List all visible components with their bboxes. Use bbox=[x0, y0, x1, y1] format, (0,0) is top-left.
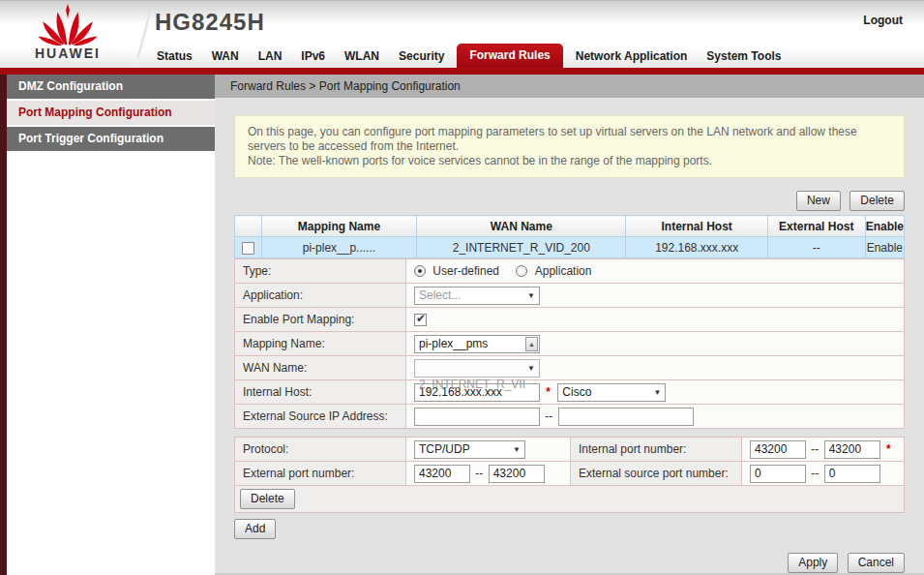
user-defined-radio-label: User-defined bbox=[432, 264, 499, 278]
info-note: On this page, you can configure port map… bbox=[234, 115, 905, 178]
huawei-flower-icon bbox=[38, 3, 98, 47]
cell-mapping-name: pi-plex__p...... bbox=[261, 237, 417, 258]
col-internal-host: Internal Host bbox=[626, 216, 768, 237]
required-marker: * bbox=[886, 442, 891, 456]
application-radio[interactable] bbox=[516, 265, 527, 277]
huawei-logo: HUAWEI bbox=[0, 1, 135, 68]
main-nav: Status WAN LAN IPv6 WLAN Security Forwar… bbox=[147, 44, 790, 68]
chevron-down-icon: ▼ bbox=[653, 384, 661, 401]
application-select[interactable]: ▼ Select... bbox=[414, 287, 540, 305]
row-checkbox[interactable] bbox=[242, 242, 254, 255]
user-defined-radio[interactable] bbox=[414, 265, 426, 277]
accent-bar bbox=[0, 68, 924, 75]
external-source-ip-from-input[interactable] bbox=[414, 408, 540, 426]
router-admin-page: HUAWEI HG8245H Logout Status WAN LAN IPv… bbox=[0, 0, 924, 575]
internal-port-from-input[interactable] bbox=[750, 440, 806, 459]
tab-forward-rules[interactable]: Forward Rules bbox=[457, 44, 562, 68]
internal-port-label: Internal port number: bbox=[571, 438, 742, 462]
tab-wan[interactable]: WAN bbox=[202, 45, 249, 68]
content-area: Forward Rules > Port Mapping Configurati… bbox=[215, 75, 924, 575]
col-mapping-name: Mapping Name bbox=[261, 216, 417, 237]
port-number-form: Protocol: ▼ TCP/UDP Internal port number… bbox=[234, 437, 905, 513]
col-wan-name: WAN Name bbox=[417, 216, 626, 237]
wan-name-select[interactable]: ▼ 2_INTERNET_R_VII bbox=[414, 359, 540, 378]
add-button[interactable]: Add bbox=[234, 519, 276, 539]
port-mapping-table: Mapping Name WAN Name Internal Host Exte… bbox=[234, 215, 905, 258]
internal-host-label: Internal Host: bbox=[235, 380, 406, 405]
external-source-ip-to-input[interactable] bbox=[558, 408, 694, 426]
external-source-port-to-input[interactable] bbox=[824, 465, 880, 483]
apply-button[interactable]: Apply bbox=[788, 553, 838, 573]
sidebar-item-dmz-configuration[interactable]: DMZ Configuration bbox=[7, 75, 215, 99]
tab-network-application[interactable]: Network Application bbox=[566, 45, 698, 68]
external-port-to-input[interactable] bbox=[489, 465, 545, 483]
internal-port-to-input[interactable] bbox=[824, 440, 880, 459]
new-button[interactable]: New bbox=[796, 191, 841, 211]
row-select-cell bbox=[235, 237, 262, 258]
delete-entry-button[interactable]: Delete bbox=[240, 489, 295, 509]
tab-lan[interactable]: LAN bbox=[249, 45, 292, 68]
breadcrumb: Forward Rules > Port Mapping Configurati… bbox=[215, 75, 924, 98]
header: HUAWEI HG8245H Logout Status WAN LAN IPv… bbox=[0, 1, 924, 68]
tab-security[interactable]: Security bbox=[389, 45, 454, 68]
external-port-label: External port number: bbox=[235, 462, 406, 486]
col-enable: Enable bbox=[865, 216, 904, 237]
cell-enable-status: Enable bbox=[865, 237, 904, 258]
external-source-port-label: External source port number: bbox=[571, 462, 742, 486]
chevron-down-icon: ▼ bbox=[527, 360, 535, 377]
enable-port-mapping-label: Enable Port Mapping: bbox=[235, 308, 406, 332]
required-marker: * bbox=[546, 385, 551, 399]
type-label: Type: bbox=[235, 259, 406, 284]
select-column-header bbox=[235, 216, 262, 237]
chevron-down-icon: ▼ bbox=[527, 288, 535, 304]
device-model-title: HG8245H bbox=[155, 9, 265, 36]
mapping-detail-form: Type: User-defined Application Applicati… bbox=[234, 258, 905, 429]
application-radio-label: Application bbox=[535, 264, 592, 278]
enable-port-mapping-checkbox[interactable] bbox=[414, 314, 427, 326]
brand-name: HUAWEI bbox=[0, 45, 135, 61]
external-port-from-input[interactable] bbox=[414, 465, 470, 483]
wan-name-label: WAN Name: bbox=[235, 356, 406, 380]
cell-wan-name: 2_INTERNET_R_VID_200 bbox=[417, 237, 626, 258]
sidebar-item-port-trigger-configuration[interactable]: Port Trigger Configuration bbox=[7, 127, 215, 151]
cell-internal-host: 192.168.xxx.xxx bbox=[626, 237, 768, 258]
protocol-select[interactable]: ▼ TCP/UDP bbox=[414, 440, 525, 459]
table-header-row: Mapping Name WAN Name Internal Host Exte… bbox=[235, 216, 905, 237]
tab-ipv6[interactable]: IPv6 bbox=[291, 45, 335, 68]
external-source-port-from-input[interactable] bbox=[750, 465, 806, 483]
application-label: Application: bbox=[235, 284, 406, 308]
range-separator: -- bbox=[545, 409, 552, 423]
input-spinner-icon[interactable]: ▲ bbox=[525, 337, 538, 351]
chevron-down-icon: ▼ bbox=[513, 441, 521, 458]
note-line-1: On this page, you can configure port map… bbox=[248, 125, 891, 154]
protocol-label: Protocol: bbox=[235, 438, 406, 462]
sidebar: DMZ Configuration Port Mapping Configura… bbox=[0, 75, 215, 575]
tab-system-tools[interactable]: System Tools bbox=[697, 45, 790, 68]
col-external-host: External Host bbox=[767, 216, 865, 237]
mapping-name-label: Mapping Name: bbox=[235, 332, 406, 356]
tab-status[interactable]: Status bbox=[147, 45, 202, 68]
delete-button-top[interactable]: Delete bbox=[849, 191, 905, 211]
logout-button[interactable]: Logout bbox=[863, 14, 903, 27]
sidebar-item-port-mapping-configuration[interactable]: Port Mapping Configuration bbox=[7, 101, 215, 125]
table-row: pi-plex__p...... 2_INTERNET_R_VID_200 19… bbox=[235, 237, 905, 258]
internal-host-device-select[interactable]: ▼ Cisco bbox=[557, 383, 666, 402]
cell-external-host: -- bbox=[767, 237, 865, 258]
mapping-name-input[interactable] bbox=[414, 335, 540, 353]
external-source-ip-label: External Source IP Address: bbox=[235, 405, 406, 429]
note-line-2: Note: The well-known ports for voice ser… bbox=[248, 154, 891, 168]
tab-wlan[interactable]: WLAN bbox=[335, 45, 389, 68]
cancel-button[interactable]: Cancel bbox=[848, 553, 905, 573]
